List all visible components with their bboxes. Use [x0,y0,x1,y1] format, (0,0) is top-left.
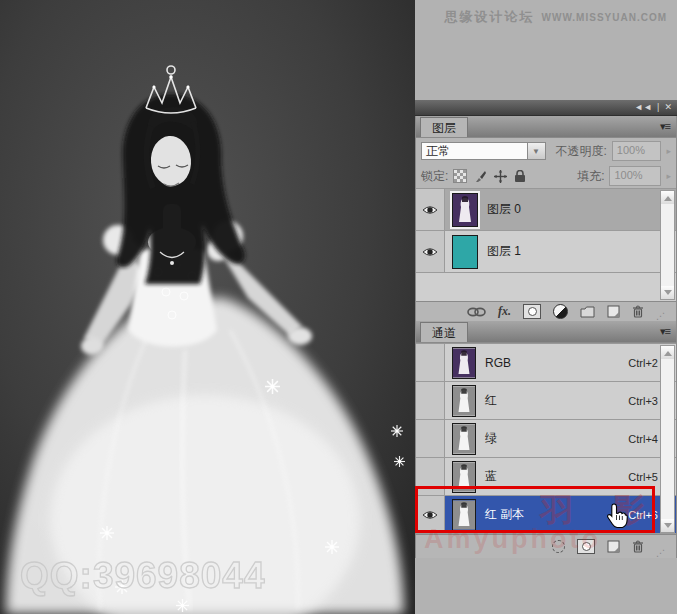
channel-shortcut: Ctrl+5 [628,471,658,483]
channel-name[interactable]: 红 副本 [485,506,524,523]
panel-resize-grip[interactable]: ⋰ [656,549,666,558]
panel-resize-grip[interactable]: ⋰ [656,312,666,321]
channel-name[interactable]: 红 [485,392,497,409]
opacity-label: 不透明度: [556,143,607,160]
channel-thumbnail[interactable] [452,385,476,417]
channel-shortcut: Ctrl+4 [628,433,658,445]
chevron-down-icon[interactable]: ▼ [527,142,546,160]
blend-mode-value: 正常 [421,142,527,160]
layer-thumbnail[interactable] [452,235,478,269]
canvas-photo: QQ:39698044 [0,0,415,614]
channel-name[interactable]: RGB [485,356,511,370]
channels-panel-menu-icon[interactable]: ▾≡ [660,325,670,338]
eye-icon [423,511,437,518]
load-channel-selection-icon[interactable] [552,540,565,553]
layer-style-icon[interactable]: fx. [498,304,511,319]
delete-layer-trash-icon[interactable] [632,305,644,318]
channels-button-bar: ⋰ [416,534,676,558]
layer-name[interactable]: 图层 0 [487,201,521,218]
scroll-up-icon[interactable] [661,346,674,359]
channel-shortcut: Ctrl+3 [628,395,658,407]
lock-position-icon[interactable] [494,170,507,183]
layer-name[interactable]: 图层 1 [487,243,521,260]
channel-thumbnail[interactable] [452,423,476,455]
channel-name[interactable]: 绿 [485,430,497,447]
layers-list: 图层 0 图层 1 [416,188,676,301]
channel-visibility-toggle[interactable] [416,458,445,495]
channel-row-rgb[interactable]: RGB Ctrl+2 [416,344,676,382]
link-layers-icon[interactable] [467,307,486,317]
layer-visibility-toggle[interactable] [416,231,445,272]
channel-visibility-toggle[interactable] [416,496,445,533]
channel-name[interactable]: 蓝 [485,468,497,485]
channel-shortcut: Ctrl+2 [628,357,658,369]
new-channel-icon[interactable] [607,540,620,553]
opacity-popup-icon[interactable]: ▸ [666,146,671,156]
qq-watermark: QQ:39698044 [20,555,266,596]
new-group-icon[interactable] [580,306,595,318]
channel-thumbnail[interactable] [452,347,476,379]
layers-button-bar: fx. ⋰ [416,301,676,321]
layer-row-0[interactable]: 图层 0 [416,189,676,231]
layer-row-1[interactable]: 图层 1 [416,231,676,273]
lock-row: 锁定: 填充: 100% ▸ [416,164,676,188]
eye-icon [423,206,437,213]
scroll-down-icon[interactable] [661,286,674,299]
lock-paint-brush-icon[interactable] [474,170,487,183]
tab-channels[interactable]: 通道 [420,322,468,342]
channel-row-red-copy[interactable]: 红 副本 Ctrl+6 [416,496,676,534]
blend-mode-row: 正常 ▼ 不透明度: 100% ▸ [416,138,676,164]
channels-list: RGB Ctrl+2 红 Ctrl+3 绿 Ctrl+4 蓝 Ctrl+5 [416,343,676,534]
adjustment-layer-icon[interactable] [553,304,568,319]
layer-thumbnail[interactable] [452,193,478,227]
flower-accent [265,379,280,394]
layer-visibility-toggle[interactable] [416,189,445,230]
fill-popup-icon[interactable]: ▸ [666,171,671,181]
forum-name: 思缘设计论坛 [445,8,535,26]
layers-panel: 图层 ▾≡ 正常 ▼ 不透明度: 100% ▸ 锁定: [415,116,677,321]
lock-transparency-icon[interactable] [453,169,467,183]
panel-dock: ◄◄ | ✕ 图层 ▾≡ 正常 ▼ 不透明度: 100% ▸ 锁定: [415,100,677,558]
eye-icon [423,248,437,255]
scroll-down-icon[interactable] [661,519,674,532]
close-dock-icon[interactable]: ✕ [664,103,672,112]
channel-thumbnail[interactable] [452,499,476,531]
scroll-up-icon[interactable] [661,191,674,204]
dock-titlebar: ◄◄ | ✕ [415,100,677,116]
collapse-dock-icon[interactable]: ◄◄ [634,103,652,112]
delete-channel-trash-icon[interactable] [632,540,644,553]
channel-row-red[interactable]: 红 Ctrl+3 [416,382,676,420]
titlebar-divider: | [657,103,659,112]
bride-photo: QQ:39698044 [0,0,415,614]
new-layer-icon[interactable] [607,305,620,318]
forum-url: WWW.MISSYUAN.COM [542,12,667,23]
opacity-value[interactable]: 100% [612,141,662,161]
forum-credit: 思缘设计论坛 WWW.MISSYUAN.COM [445,8,667,26]
channel-thumbnail[interactable] [452,461,476,493]
channel-shortcut: Ctrl+6 [628,509,658,521]
layers-tabrow: 图层 ▾≡ [416,116,676,138]
channels-tabrow: 通道 ▾≡ [416,321,676,343]
channels-panel: 通道 ▾≡ RGB Ctrl+2 红 Ctrl+3 绿 Ctrl+4 [415,321,677,558]
channel-row-blue[interactable]: 蓝 Ctrl+5 [416,458,676,496]
channel-visibility-toggle[interactable] [416,382,445,419]
layers-scrollbar[interactable] [660,190,675,300]
fill-value[interactable]: 100% [609,166,661,186]
channel-row-green[interactable]: 绿 Ctrl+4 [416,420,676,458]
channel-visibility-toggle[interactable] [416,420,445,457]
tab-layers[interactable]: 图层 [420,117,468,137]
lock-label: 锁定: [421,168,448,185]
save-selection-as-channel-icon[interactable] [577,539,595,554]
channel-visibility-toggle[interactable] [416,344,445,381]
channels-scrollbar[interactable] [660,345,675,533]
add-layer-mask-icon[interactable] [523,304,541,319]
lock-all-icon[interactable] [514,170,526,183]
blend-mode-select[interactable]: 正常 ▼ [421,142,546,160]
fill-label: 填充: [577,168,604,185]
layers-panel-menu-icon[interactable]: ▾≡ [660,120,670,133]
